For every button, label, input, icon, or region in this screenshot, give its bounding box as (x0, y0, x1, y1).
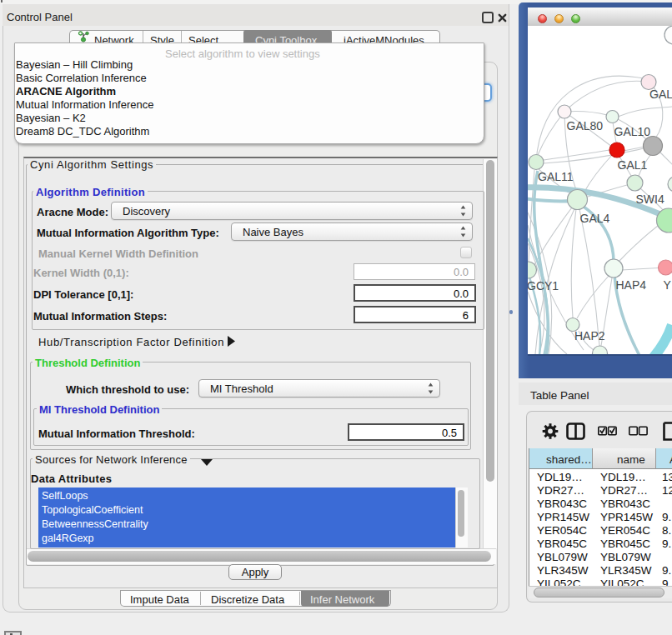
svg-text:GAL: GAL (649, 88, 672, 101)
svg-text:GAL4: GAL4 (580, 212, 610, 225)
svg-text:Y: Y (664, 278, 672, 292)
svg-text:GCY1: GCY1 (528, 279, 559, 292)
svg-text:HAP4: HAP4 (616, 278, 647, 292)
svg-text:GAL11: GAL11 (538, 170, 574, 183)
svg-text:HAP2: HAP2 (574, 329, 605, 342)
svg-text:GAL1: GAL1 (618, 158, 648, 172)
svg-text:GAL80: GAL80 (567, 119, 604, 132)
svg-text:GAL10: GAL10 (614, 125, 651, 138)
svg-text:SWI4: SWI4 (636, 192, 664, 206)
